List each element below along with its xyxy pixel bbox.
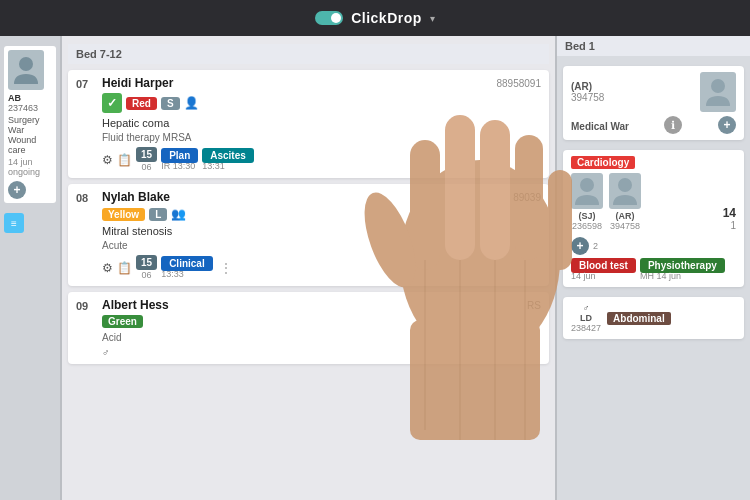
nylah-tasks: ⚙ 📋 15 06 Clinical 13:33 ⋮ bbox=[102, 255, 541, 280]
bed-header: Bed 7-12 bbox=[76, 48, 122, 60]
nylah-count-sub: 06 bbox=[142, 270, 152, 280]
heidi-count-sub: 06 bbox=[142, 162, 152, 172]
right-column: Bed 1 (AR) 394758 Medical War ℹ + bbox=[555, 36, 750, 500]
app-title: ClickDrop bbox=[351, 10, 422, 26]
albert-bottom-row: ♂ bbox=[102, 347, 541, 358]
heidi-header: Heidi Harper 88958091 bbox=[102, 76, 541, 90]
heidi-diagnosis: Hepatic coma bbox=[102, 117, 541, 129]
patient-card-nylah: 08 Nylah Blake 89039 Yellow L 👥 Mitral s… bbox=[68, 184, 549, 286]
right-ward1-plus[interactable]: + bbox=[718, 116, 736, 134]
heidi-person-icon: 👤 bbox=[184, 96, 199, 110]
nylah-tag-size: L bbox=[149, 208, 167, 221]
right-p4-id: 238427 bbox=[571, 323, 601, 333]
right-cardiology-patients: (SJ) 236598 (AR) 394758 14 1 bbox=[571, 173, 736, 231]
right-p4-block: ♂ LD 238427 bbox=[571, 303, 601, 333]
right-ward1: Medical War bbox=[571, 121, 629, 132]
left-partial-strip: AB 237463 Surgery War Wound care 14 jun … bbox=[0, 36, 62, 500]
nylah-dots-menu[interactable]: ⋮ bbox=[217, 260, 235, 276]
bed-header-area: Bed 7-12 bbox=[68, 44, 549, 64]
right-p1-info: (AR) 394758 bbox=[571, 81, 696, 103]
heidi-tags: ✓ Red S 👤 bbox=[102, 93, 541, 113]
nylah-task1-block: Clinical 13:33 bbox=[161, 257, 213, 279]
nylah-sub-info: Acute bbox=[102, 240, 541, 251]
heidi-tag-size: S bbox=[161, 97, 180, 110]
albert-tags: Green bbox=[102, 315, 541, 328]
heidi-count-block: 15 06 bbox=[136, 147, 157, 172]
heidi-name: Heidi Harper bbox=[102, 76, 173, 90]
partial-sub: Wound care bbox=[8, 135, 52, 155]
right-blood-task: Blood test 14 jun bbox=[571, 259, 636, 281]
albert-card-row: 09 Albert Hess RS Green Acid ♂ bbox=[76, 298, 541, 358]
svg-point-2 bbox=[580, 178, 594, 192]
partial-time: 14 jun bbox=[8, 157, 52, 167]
right-abdominal-row: ♂ LD 238427 Abdominal bbox=[571, 303, 736, 333]
heidi-card-row: 07 Heidi Harper 88958091 ✓ Red S 👤 Hepat… bbox=[76, 76, 541, 172]
nylah-card-row: 08 Nylah Blake 89039 Yellow L 👥 Mitral s… bbox=[76, 190, 541, 280]
right-cardiology-tag: Cardiology bbox=[571, 156, 635, 169]
albert-header: Albert Hess RS bbox=[102, 298, 541, 312]
heidi-sub-info: Fluid therapy MRSA bbox=[102, 132, 541, 143]
top-bar: ClickDrop ▾ bbox=[0, 0, 750, 36]
dropdown-arrow-icon[interactable]: ▾ bbox=[430, 13, 435, 24]
patient-card-albert: 09 Albert Hess RS Green Acid ♂ bbox=[68, 292, 549, 364]
albert-sub-info: Acid bbox=[102, 332, 541, 343]
right-p2-avatar bbox=[571, 173, 603, 209]
right-ward1-row: Medical War ℹ + bbox=[571, 116, 736, 134]
heidi-task1-block: Plan IR 13:30 bbox=[161, 149, 198, 171]
right-abdominal-tag: Abdominal bbox=[607, 312, 671, 325]
heidi-count: 15 bbox=[136, 147, 157, 162]
right-cardiology-num: 14 1 bbox=[647, 173, 736, 231]
heidi-task2-block: Ascites 13:31 bbox=[202, 149, 254, 171]
nylah-people-icon: 👥 bbox=[171, 207, 186, 221]
right-bed-header: Bed 1 bbox=[565, 40, 595, 52]
right-cardio-tasks: + 2 bbox=[571, 237, 736, 255]
partial-label: ongoing bbox=[8, 167, 52, 177]
right-p3-id: 394758 bbox=[609, 221, 641, 231]
right-plus-cardio[interactable]: + bbox=[571, 237, 589, 255]
right-p4-initials: LD bbox=[571, 313, 601, 323]
nylah-count: 15 bbox=[136, 255, 157, 270]
partial-id: 237463 bbox=[8, 103, 52, 113]
nylah-name: Nylah Blake bbox=[102, 190, 170, 204]
heidi-id: 88958091 bbox=[497, 78, 542, 89]
patient-card-heidi: 07 Heidi Harper 88958091 ✓ Red S 👤 Hepat… bbox=[68, 70, 549, 178]
right-p1-row: (AR) 394758 bbox=[571, 72, 736, 112]
main-screen: ClickDrop ▾ AB 237463 Surgery War Wound … bbox=[0, 0, 750, 500]
right-abdominal-card: ♂ LD 238427 Abdominal bbox=[563, 297, 744, 339]
right-cardiology-card: Cardiology (SJ) 236598 bbox=[563, 150, 744, 287]
right-p3-block: (AR) 394758 bbox=[609, 173, 641, 231]
heidi-bed-num: 07 bbox=[76, 76, 98, 90]
heidi-tag-color: Red bbox=[126, 97, 157, 110]
partial-avatar bbox=[8, 50, 44, 90]
nylah-card-main: Nylah Blake 89039 Yellow L 👥 Mitral sten… bbox=[102, 190, 541, 280]
heidi-card-main: Heidi Harper 88958091 ✓ Red S 👤 Hepatic … bbox=[102, 76, 541, 172]
right-p2-block: (SJ) 236598 bbox=[571, 173, 603, 231]
nylah-id: 89039 bbox=[513, 192, 541, 203]
top-bar-center: ClickDrop ▾ bbox=[315, 10, 435, 26]
right-patient-card-1: (AR) 394758 Medical War ℹ + bbox=[563, 66, 744, 140]
right-bed-header-area: Bed 1 bbox=[557, 36, 750, 56]
partial-patient-card: AB 237463 Surgery War Wound care 14 jun … bbox=[4, 46, 56, 203]
albert-tag-color: Green bbox=[102, 315, 143, 328]
right-p3-avatar bbox=[609, 173, 641, 209]
right-abdominal-info: Abdominal bbox=[607, 312, 671, 325]
right-p3-initials: (AR) bbox=[609, 211, 641, 221]
heidi-check: ✓ bbox=[102, 93, 122, 113]
heidi-time1: IR 13:30 bbox=[161, 161, 198, 171]
partial-icon-blue: ≡ bbox=[4, 213, 24, 233]
heidi-tasks: ⚙ 📋 15 06 Plan IR 13:30 Ascites 13:31 bbox=[102, 147, 541, 172]
albert-id: RS bbox=[527, 300, 541, 311]
partial-ward: Surgery War bbox=[8, 115, 52, 135]
svg-point-1 bbox=[711, 79, 725, 93]
toggle-switch[interactable] bbox=[315, 11, 343, 25]
svg-point-3 bbox=[618, 178, 632, 192]
right-p1-avatar bbox=[700, 72, 736, 112]
nylah-bed-num: 08 bbox=[76, 190, 98, 204]
right-task-pills: Blood test 14 jun Physiotherapy MH 14 ju… bbox=[571, 259, 736, 281]
nylah-diagnosis: Mitral stenosis bbox=[102, 225, 541, 237]
nylah-tag-color: Yellow bbox=[102, 208, 145, 221]
nylah-header: Nylah Blake 89039 bbox=[102, 190, 541, 204]
partial-plus-button[interactable]: + bbox=[8, 181, 26, 199]
partial-initials: AB bbox=[8, 93, 52, 103]
main-content-area: Bed 7-12 07 Heidi Harper 88958091 ✓ Red … bbox=[62, 36, 555, 500]
